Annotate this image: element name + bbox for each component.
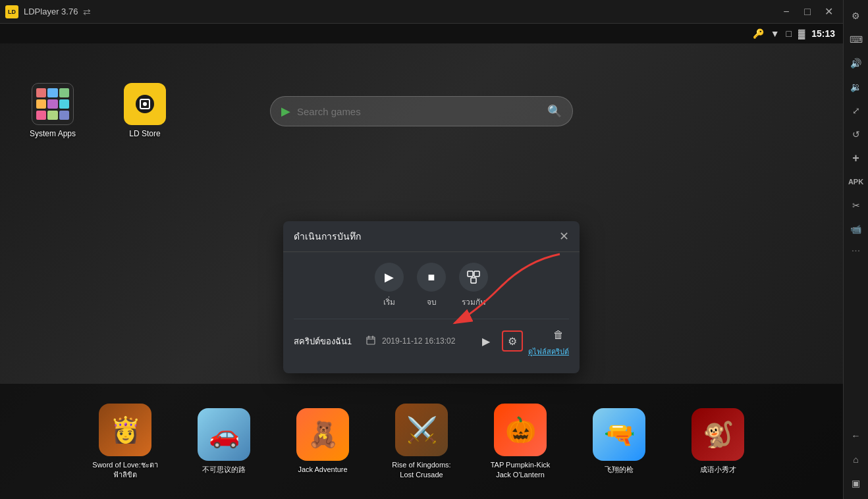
ld-store-icon — [132, 92, 157, 117]
sidebar-keyboard-button[interactable]: ⌨ — [846, 29, 867, 50]
script-row: สคริปต์ของฉัน1 2019-11-12 16:13:02 ▶ — [294, 319, 569, 363]
signal-off-icon: □ — [786, 28, 792, 39]
combine-icon — [459, 263, 488, 292]
app-fly-gun[interactable]: 🔫 飞翔的枪 — [583, 408, 655, 474]
svg-rect-6 — [367, 337, 375, 344]
sword-of-love-icon: 👸 — [99, 404, 151, 456]
app-sword-of-love[interactable]: 👸 Sword of Love:ชะตาฟ้าลิขิต — [89, 404, 161, 479]
sidebar-refresh-button[interactable]: ↺ — [846, 124, 867, 145]
system-apps-label: System Apps — [30, 129, 76, 138]
status-bar: 🔑 ▼ □ ▓ 15:13 — [0, 24, 843, 43]
fly-gun-icon: 🔫 — [593, 408, 645, 461]
app-jack-adventure[interactable]: 🧸 Jack Adventure — [286, 408, 359, 474]
folder-link-area: 🗑 ดูไฟล์สคริปต์ — [528, 325, 569, 357]
modal-title: ดำเนินการบันทึก — [294, 229, 361, 244]
app-logo: LD — [5, 5, 18, 18]
start-label: เริ่ม — [383, 296, 395, 308]
sidebar-home-button[interactable]: ⌂ — [846, 449, 867, 470]
sidebar-apk-button[interactable]: APK — [846, 171, 867, 192]
app-crazy-road[interactable]: 🚗 不可思议的路 — [188, 408, 260, 474]
script-stop-button[interactable]: ■ จบ — [417, 263, 446, 308]
jack-adventure-icon: 🧸 — [296, 408, 349, 461]
wifi-icon: ▼ — [771, 28, 780, 39]
desktop-icon-system-apps[interactable]: System Apps — [26, 83, 79, 138]
desktop-icons-area: System Apps LD Store — [26, 83, 171, 138]
date-icon — [366, 336, 375, 347]
fly-gun-label: 飞翔的枪 — [605, 465, 634, 474]
stop-icon: ■ — [417, 263, 446, 292]
key-icon: 🔑 — [753, 28, 764, 39]
app-tap-pumpkin[interactable]: 🎃 TAP Pumpkin-Kick Jack O'Lantern — [484, 404, 556, 479]
sidebar-volume-up-button[interactable]: 🔊 — [846, 53, 867, 74]
svg-point-2 — [143, 102, 147, 106]
stop-label: จบ — [427, 296, 437, 308]
chengyu-label: 成语小秀才 — [700, 465, 736, 474]
script-modal: ดำเนินการบันทึก ✕ ▶ เริ่ม ■ จบ — [283, 221, 580, 373]
svg-rect-3 — [468, 271, 473, 276]
rise-of-kingdoms-label: Rise of Kingdoms: Lost Crusade — [385, 460, 458, 479]
sidebar-add-button[interactable]: + — [846, 147, 867, 169]
modal-header: ดำเนินการบันทึก ✕ — [283, 221, 580, 252]
desktop-area: System Apps LD Store ▶ — [0, 43, 843, 499]
svg-rect-5 — [471, 278, 476, 283]
script-settings-button[interactable]: ⚙ — [502, 330, 523, 352]
battery-icon: ▓ — [798, 28, 805, 39]
script-start-button[interactable]: ▶ เริ่ม — [375, 263, 404, 308]
sidebar-recent-button[interactable]: ▣ — [846, 473, 867, 494]
close-button[interactable]: ✕ — [819, 3, 838, 21]
start-icon: ▶ — [375, 263, 404, 292]
link-icon: ⇄ — [83, 7, 91, 17]
script-name: สคริปต์ของฉัน1 — [294, 334, 360, 348]
folder-link[interactable]: ดูไฟล์สคริปต์ — [528, 346, 569, 357]
script-play-button[interactable]: ▶ — [475, 330, 497, 352]
modal-close-button[interactable]: ✕ — [559, 229, 569, 244]
script-combine-button[interactable]: รวมกัน — [459, 263, 488, 308]
right-sidebar: ⚙ ⌨ 🔊 🔉 ⤢ ↺ + APK ✂ 📹 ··· ← ⌂ ▣ — [843, 0, 868, 499]
crazy-road-label: 不可思议的路 — [202, 465, 246, 474]
search-input[interactable] — [297, 106, 541, 117]
script-date: 2019-11-12 16:13:02 — [382, 336, 469, 346]
sword-of-love-label: Sword of Love:ชะตาฟ้าลิขิต — [89, 460, 161, 479]
app-title: LDPlayer 3.76 — [24, 7, 78, 16]
sidebar-volume-down-button[interactable]: 🔉 — [846, 76, 867, 97]
script-delete-button[interactable]: 🗑 — [548, 325, 569, 346]
app-rise-of-kingdoms[interactable]: ⚔️ Rise of Kingdoms: Lost Crusade — [385, 404, 458, 479]
play-store-icon: ▶ — [281, 104, 290, 118]
search-bar[interactable]: ▶ 🔍 — [270, 96, 573, 126]
script-row-controls: ▶ ⚙ 🗑 ดูไฟล์สคริปต์ — [475, 325, 569, 357]
sidebar-scissors-button[interactable]: ✂ — [846, 195, 867, 216]
sidebar-settings-button[interactable]: ⚙ — [846, 5, 867, 26]
modal-actions: ▶ เริ่ม ■ จบ — [294, 263, 569, 308]
sidebar-back-button[interactable]: ← — [846, 425, 867, 446]
tap-pumpkin-label: TAP Pumpkin-Kick Jack O'Lantern — [484, 460, 556, 479]
minimize-button[interactable]: − — [777, 3, 796, 21]
app-chengyu[interactable]: 🐒 成语小秀才 — [682, 408, 754, 474]
chengyu-icon: 🐒 — [692, 408, 744, 461]
modal-body: ▶ เริ่ม ■ จบ — [283, 252, 580, 373]
maximize-button[interactable]: □ — [798, 3, 817, 21]
bottom-apps-bar: 👸 Sword of Love:ชะตาฟ้าลิขิต 🚗 不可思议的路 🧸 — [0, 384, 843, 499]
sidebar-more-dots: ··· — [852, 245, 860, 257]
crazy-road-icon: 🚗 — [198, 408, 250, 461]
combine-label: รวมกัน — [462, 296, 485, 308]
sidebar-video-button[interactable]: 📹 — [846, 219, 867, 240]
clock: 15:13 — [811, 28, 835, 39]
jack-adventure-label: Jack Adventure — [298, 465, 347, 474]
desktop-icon-ld-store[interactable]: LD Store — [119, 83, 171, 138]
sidebar-fullscreen-button[interactable]: ⤢ — [846, 100, 867, 121]
window-controls: − □ ✕ — [777, 3, 838, 21]
rise-of-kingdoms-icon: ⚔️ — [395, 404, 448, 456]
svg-rect-4 — [474, 271, 479, 276]
ld-store-label: LD Store — [129, 129, 160, 138]
title-bar: LD LDPlayer 3.76 ⇄ − □ ✕ — [0, 0, 843, 24]
tap-pumpkin-icon: 🎃 — [494, 404, 547, 456]
search-button[interactable]: 🔍 — [547, 104, 562, 118]
